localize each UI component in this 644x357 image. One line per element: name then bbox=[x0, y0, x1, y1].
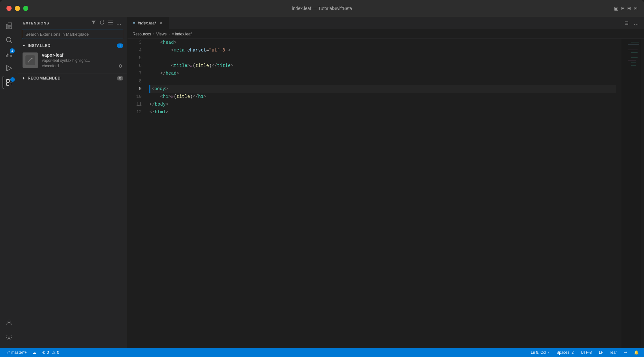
svg-rect-23 bbox=[631, 57, 638, 58]
active-line-indicator bbox=[149, 85, 150, 93]
line-num-12: 12 bbox=[130, 108, 142, 116]
status-eol[interactable]: LF bbox=[598, 350, 605, 355]
tab-filename: index.leaf bbox=[138, 21, 156, 25]
more-editor-actions[interactable]: … bbox=[632, 19, 640, 27]
minimize-button[interactable] bbox=[15, 6, 20, 11]
layout-icon-3[interactable]: ⊞ bbox=[627, 6, 631, 11]
activity-source-control[interactable]: 4 bbox=[3, 48, 15, 61]
activity-extensions[interactable] bbox=[3, 76, 15, 89]
activity-explorer[interactable] bbox=[3, 19, 15, 32]
activity-bottom bbox=[3, 316, 15, 345]
line-num-8: 8 bbox=[130, 77, 142, 85]
breadcrumb-resources[interactable]: Resources bbox=[133, 32, 151, 36]
status-left: ⎇ master*+ ☁ ⊗ 0 ⚠ 0 bbox=[4, 350, 61, 356]
encoding-label: UTF-8 bbox=[581, 350, 592, 355]
activity-search[interactable] bbox=[3, 33, 15, 46]
bell-icon: 🔔 bbox=[634, 350, 639, 355]
status-encoding[interactable]: UTF-8 bbox=[580, 350, 593, 355]
extension-author-row: chocoford ⚙ bbox=[42, 63, 123, 69]
line-num-3: 3 bbox=[130, 39, 142, 46]
svg-rect-20 bbox=[628, 44, 639, 45]
status-feedback[interactable]: 𝄩 bbox=[622, 350, 628, 355]
installed-label: INSTALLED bbox=[22, 43, 51, 48]
breadcrumb-file[interactable]: ≡ index.leaf bbox=[172, 32, 192, 36]
svg-rect-16 bbox=[108, 22, 113, 23]
line-num-5: 5 bbox=[130, 54, 142, 62]
status-spaces[interactable]: Spaces: 2 bbox=[555, 350, 575, 355]
extension-info: vapor-leaf vapor-leaf syntax highlight..… bbox=[42, 52, 123, 69]
recommended-label: RECOMMENDED bbox=[22, 76, 61, 80]
split-editor-button[interactable]: ⊟ bbox=[623, 19, 630, 27]
close-button[interactable] bbox=[6, 6, 12, 11]
status-notifications[interactable]: 🔔 bbox=[633, 350, 640, 355]
settings-icon[interactable]: ⚙ bbox=[118, 63, 123, 69]
status-cursor[interactable]: Ln 9, Col 7 bbox=[529, 350, 551, 355]
breadcrumb: Resources › Views › ≡ index.leaf bbox=[128, 30, 644, 39]
recommended-section-header[interactable]: RECOMMENDED 0 bbox=[18, 75, 127, 82]
svg-rect-26 bbox=[631, 65, 636, 66]
window-title: index.leaf — TutorialSwiftBeta bbox=[292, 6, 352, 11]
status-branch[interactable]: ⎇ master*+ bbox=[4, 350, 28, 356]
sidebar-actions: … bbox=[90, 19, 122, 27]
traffic-lights bbox=[6, 6, 28, 11]
installed-section-header[interactable]: INSTALLED 1 bbox=[18, 42, 127, 49]
code-line-12: </html> bbox=[149, 108, 616, 116]
sidebar-header: EXTENSIONS bbox=[18, 17, 127, 30]
extension-item-vapor-leaf[interactable]: vapor-leaf vapor-leaf syntax highlight..… bbox=[18, 49, 127, 72]
code-line-8 bbox=[149, 77, 616, 85]
main-container: 4 bbox=[0, 17, 644, 348]
status-right: Ln 9, Col 7 Spaces: 2 UTF-8 LF leaf 𝄩 🔔 bbox=[529, 350, 640, 355]
eol-label: LF bbox=[599, 350, 603, 355]
branch-icon: ⎇ bbox=[5, 350, 10, 355]
sidebar: EXTENSIONS bbox=[18, 17, 128, 348]
titlebar-actions: ▣ ⊟ ⊞ ⊡ bbox=[614, 6, 638, 11]
line-num-6: 6 bbox=[130, 62, 142, 70]
svg-rect-2 bbox=[7, 27, 10, 28]
svg-rect-17 bbox=[108, 24, 113, 24]
extension-icon bbox=[23, 52, 38, 68]
svg-rect-10 bbox=[6, 80, 9, 82]
cursor-position: Ln 9, Col 7 bbox=[531, 350, 549, 355]
svg-rect-0 bbox=[7, 25, 11, 26]
editor-tab-index-leaf[interactable]: ≡ index.leaf ✕ bbox=[128, 17, 169, 29]
more-actions-button[interactable]: … bbox=[116, 20, 122, 27]
status-bar: ⎇ master*+ ☁ ⊗ 0 ⚠ 0 Ln 9, Col 7 Spaces:… bbox=[0, 348, 644, 357]
svg-rect-25 bbox=[631, 62, 636, 63]
code-content[interactable]: <head> <meta charset="utf-8"> <title>#(t… bbox=[144, 39, 621, 348]
layout-icon-1[interactable]: ▣ bbox=[614, 6, 618, 11]
line-numbers: 3 4 5 6 7 8 9 10 11 12 bbox=[128, 39, 144, 348]
spaces-label: Spaces: 2 bbox=[556, 350, 573, 355]
code-line-3: <head> bbox=[149, 39, 616, 46]
layout-icon-4[interactable]: ⊡ bbox=[634, 6, 638, 11]
refresh-button[interactable] bbox=[99, 19, 105, 27]
status-errors[interactable]: ⊗ 0 ⚠ 0 bbox=[41, 350, 60, 355]
scrollbar[interactable] bbox=[641, 39, 644, 348]
tab-close-button[interactable]: ✕ bbox=[158, 20, 164, 26]
status-sync[interactable]: ☁ bbox=[31, 350, 38, 355]
views-button[interactable] bbox=[107, 19, 114, 27]
activity-run[interactable] bbox=[3, 62, 15, 75]
breadcrumb-views[interactable]: Views bbox=[156, 32, 166, 36]
language-label: leaf bbox=[611, 350, 617, 355]
maximize-button[interactable] bbox=[23, 6, 28, 11]
svg-rect-18 bbox=[25, 55, 35, 65]
sync-icon: ☁ bbox=[33, 350, 36, 355]
code-line-10: <h1>#(title)</h1> bbox=[149, 93, 616, 100]
warning-count: 0 bbox=[57, 350, 59, 355]
branch-name: master*+ bbox=[11, 350, 27, 355]
filter-button[interactable] bbox=[90, 19, 97, 27]
activity-settings[interactable] bbox=[3, 331, 15, 344]
line-num-4: 4 bbox=[130, 46, 142, 54]
line-num-9: 9 bbox=[130, 85, 142, 93]
search-extensions-input[interactable] bbox=[22, 30, 123, 39]
source-control-badge: 4 bbox=[10, 48, 15, 53]
code-line-6: <title>#(title)</title> bbox=[149, 62, 616, 70]
svg-point-7 bbox=[10, 55, 12, 57]
line-num-10: 10 bbox=[130, 93, 142, 100]
svg-rect-21 bbox=[628, 50, 638, 50]
layout-icon-2[interactable]: ⊟ bbox=[621, 6, 625, 11]
svg-rect-12 bbox=[6, 83, 9, 85]
status-language[interactable]: leaf bbox=[609, 350, 618, 355]
activity-account[interactable] bbox=[3, 316, 15, 329]
svg-rect-24 bbox=[628, 60, 636, 61]
